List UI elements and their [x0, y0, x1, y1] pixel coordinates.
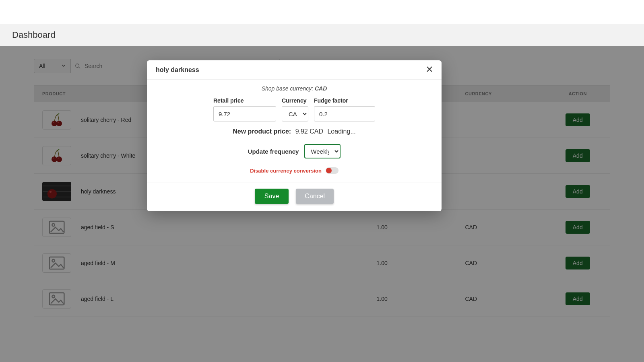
retail-price-label: Retail price	[213, 97, 276, 104]
frequency-label: Update frequency	[248, 148, 299, 155]
new-price-loading: Loading...	[327, 128, 355, 135]
fudge-input[interactable]	[314, 106, 375, 121]
new-price-label: New product price:	[233, 128, 291, 135]
new-price-row: New product price: 9.92 CAD Loading...	[156, 128, 433, 135]
toggle-knob	[326, 168, 332, 173]
new-price-value: 9.92 CAD	[295, 128, 323, 135]
retail-price-input[interactable]	[213, 106, 276, 121]
cancel-button[interactable]: Cancel	[296, 189, 334, 204]
currency-select[interactable]: CAD	[282, 106, 308, 121]
save-button[interactable]: Save	[255, 189, 289, 204]
modal-header: holy darkness	[147, 60, 442, 80]
modal-footer: Save Cancel	[147, 183, 442, 211]
disable-conversion-toggle[interactable]	[326, 167, 339, 174]
currency-label: Currency	[282, 97, 308, 104]
fudge-group: Fudge factor	[314, 97, 375, 121]
disable-conversion-label: Disable currency conversion	[250, 168, 322, 174]
page-header: Dashboard	[0, 24, 644, 46]
product-modal: holy darkness Shop base currency: CAD Re…	[147, 60, 442, 211]
modal-body: Shop base currency: CAD Retail price Cur…	[147, 80, 442, 183]
retail-price-group: Retail price	[213, 97, 276, 121]
top-whitespace	[0, 0, 644, 24]
page-title: Dashboard	[12, 30, 632, 40]
base-currency-value: CAD	[315, 85, 327, 92]
disable-conversion-row: Disable currency conversion	[156, 167, 433, 174]
fudge-label: Fudge factor	[314, 97, 375, 104]
price-form-row: Retail price Currency CAD Fudge factor	[156, 97, 433, 121]
frequency-select[interactable]: Weekly	[304, 144, 341, 158]
base-currency-label: Shop base currency:	[262, 85, 315, 92]
currency-group: Currency CAD	[282, 97, 308, 121]
frequency-row: Update frequency Weekly	[156, 144, 433, 158]
close-icon[interactable]	[426, 66, 433, 74]
base-currency-note: Shop base currency: CAD	[156, 85, 433, 92]
modal-title: holy darkness	[156, 66, 199, 74]
